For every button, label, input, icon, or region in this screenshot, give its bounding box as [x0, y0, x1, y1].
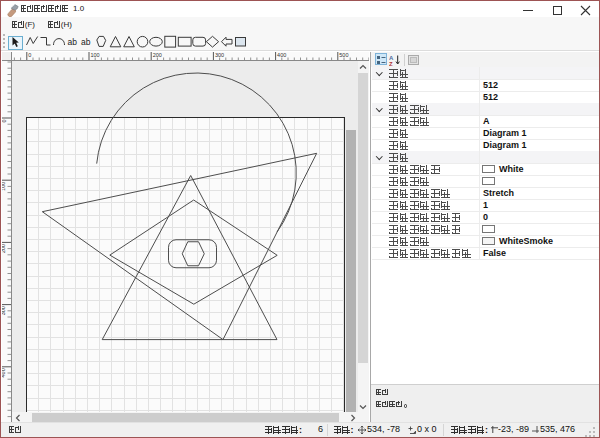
svg-text:200: 200 — [153, 52, 162, 58]
svg-text:400: 400 — [2, 368, 7, 377]
svg-text:0: 0 — [2, 120, 7, 123]
svg-text:300: 300 — [2, 306, 7, 315]
svg-text:400: 400 — [277, 52, 286, 58]
svg-text:100: 100 — [2, 182, 7, 191]
svg-text:500: 500 — [339, 52, 348, 58]
svg-text:100: 100 — [91, 52, 100, 58]
svg-text:Z: Z — [389, 60, 393, 66]
svg-text:0: 0 — [28, 52, 31, 58]
svg-text:300: 300 — [215, 52, 224, 58]
svg-text:200: 200 — [2, 244, 7, 253]
svg-text:ab: ab — [68, 37, 78, 47]
svg-text:ab: ab — [81, 37, 91, 47]
